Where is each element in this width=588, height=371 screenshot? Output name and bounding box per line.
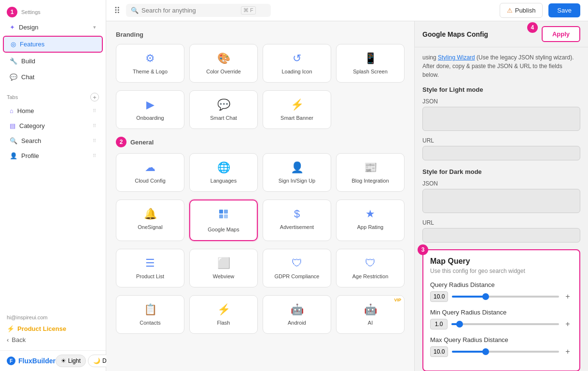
feature-card-advertisement[interactable]: $ Advertisement bbox=[263, 200, 331, 241]
drag-handle-home[interactable]: ⠿ bbox=[93, 108, 96, 114]
feature-card-cloud-config[interactable]: ☁ Cloud Config bbox=[116, 153, 184, 192]
badge-1: 1 bbox=[7, 7, 17, 17]
feature-card-smart-banner[interactable]: ⚡ Smart Banner bbox=[263, 90, 331, 129]
feature-card-loading-icon[interactable]: ↺ Loading Icon bbox=[263, 44, 331, 83]
sidebar-item-features[interactable]: ◎ Features bbox=[3, 36, 103, 53]
color-override-label: Color Override bbox=[206, 69, 241, 74]
publish-icon: ⚠ bbox=[507, 7, 513, 14]
feature-card-age-restriction[interactable]: 🛡 Age Restriction bbox=[336, 249, 405, 287]
feature-card-smart-chat[interactable]: 💬 Smart Chat bbox=[189, 90, 258, 129]
feature-card-theme-logo[interactable]: ⚙ Theme & Logo bbox=[116, 44, 184, 83]
min-radius-row: Min Query Radius Distance 1.0 + bbox=[430, 309, 573, 329]
feature-card-color-override[interactable]: 🎨 Color Override bbox=[189, 44, 258, 83]
ai-label: AI bbox=[368, 320, 373, 326]
sign-in-label: Sign In/Sign Up bbox=[279, 178, 315, 184]
feature-card-contacts[interactable]: 📋 Contacts bbox=[116, 295, 184, 334]
feature-card-onesignal[interactable]: 🔔 OneSignal bbox=[116, 200, 184, 241]
sidebar-tab-profile[interactable]: 👤 Profile ⠿ bbox=[3, 149, 103, 163]
feature-card-blog-integration[interactable]: 📰 Blog Integration bbox=[336, 153, 405, 192]
drag-handle-category[interactable]: ⠿ bbox=[93, 123, 96, 128]
feature-card-webview[interactable]: ⬜ Webview bbox=[189, 249, 258, 287]
flash-icon: ⚡ bbox=[217, 303, 230, 316]
chevron-icon: ▾ bbox=[93, 24, 96, 30]
json-input-light[interactable] bbox=[422, 107, 580, 131]
general-title: General bbox=[130, 139, 154, 146]
fluxbuilder-logo: F FluxBuilder bbox=[7, 357, 56, 365]
drag-handle-search[interactable]: ⠿ bbox=[93, 138, 96, 143]
sidebar-tab-category[interactable]: ▤ Category ⠿ bbox=[3, 119, 103, 133]
blog-icon: 📰 bbox=[364, 161, 377, 174]
feature-card-google-maps[interactable]: Google Maps bbox=[189, 200, 258, 241]
svg-rect-1 bbox=[224, 210, 228, 214]
back-icon: ‹ bbox=[7, 336, 9, 343]
feature-card-android[interactable]: 🤖 Android bbox=[263, 295, 331, 334]
drag-handle-profile[interactable]: ⠿ bbox=[93, 153, 96, 158]
light-theme-button[interactable]: ☀ Light bbox=[56, 355, 86, 367]
sidebar-item-design[interactable]: ✦ Design ▾ bbox=[3, 20, 103, 35]
lightning-icon: ⚡ bbox=[7, 325, 14, 332]
add-tab-button[interactable]: + bbox=[90, 93, 99, 101]
sidebar-item-chat[interactable]: 💬 Chat bbox=[3, 70, 103, 85]
feature-card-flash[interactable]: ⚡ Flash bbox=[189, 295, 258, 334]
feature-card-sign-in-up[interactable]: 👤 Sign In/Sign Up bbox=[263, 153, 331, 192]
grid-icon[interactable]: ⠿ bbox=[114, 5, 120, 16]
design-icon: ✦ bbox=[10, 24, 15, 31]
color-override-icon: 🎨 bbox=[217, 52, 230, 65]
product-license-button[interactable]: ⚡ Product License bbox=[7, 323, 99, 334]
tabs-section: Tabs + bbox=[0, 88, 106, 103]
loading-icon-icon: ↺ bbox=[293, 52, 301, 65]
feature-card-ai[interactable]: VIP 🤖 AI bbox=[336, 295, 405, 334]
feature-card-languages[interactable]: 🌐 Languages bbox=[189, 153, 258, 192]
save-button[interactable]: Save bbox=[548, 3, 580, 17]
search-label: Search bbox=[21, 137, 41, 144]
main-container: ⠿ 🔍 ⌘ F ⚠ Publish Save Branding ⚙ Theme … bbox=[106, 0, 588, 371]
theme-logo-icon: ⚙ bbox=[145, 52, 155, 65]
min-radius-slider[interactable] bbox=[451, 323, 559, 325]
search-input[interactable] bbox=[141, 7, 238, 14]
badge-4: 4 bbox=[527, 22, 538, 33]
chat-icon: 💬 bbox=[10, 73, 17, 81]
sidebar-item-build[interactable]: 🔧 Build bbox=[3, 54, 103, 69]
max-radius-label: Max Query Radius Distance bbox=[430, 336, 573, 343]
svg-rect-2 bbox=[219, 214, 223, 218]
languages-icon: 🌐 bbox=[217, 161, 230, 174]
publish-button[interactable]: ⚠ Publish bbox=[500, 3, 543, 18]
feature-card-product-list[interactable]: ☰ Product List bbox=[116, 249, 184, 287]
sidebar-tab-search[interactable]: 🔍 Search ⠿ bbox=[3, 134, 103, 148]
apply-button[interactable]: Apply bbox=[542, 26, 580, 42]
feature-card-gdpr[interactable]: 🛡 GDPR Compliance bbox=[263, 249, 331, 287]
branding-title: Branding bbox=[116, 31, 405, 38]
url-input-light[interactable] bbox=[422, 146, 580, 160]
empty-card-1 bbox=[336, 90, 405, 129]
search-bar[interactable]: 🔍 ⌘ F bbox=[126, 4, 271, 17]
sidebar-tab-home[interactable]: ⌂ Home ⠿ bbox=[3, 104, 103, 118]
category-label: Category bbox=[19, 122, 45, 129]
query-radius-slider[interactable] bbox=[452, 296, 559, 298]
onboarding-icon: ▶ bbox=[146, 99, 154, 111]
sign-in-icon: 👤 bbox=[291, 161, 304, 174]
settings-label: Settings bbox=[21, 9, 41, 15]
search-icon: 🔍 bbox=[131, 7, 139, 14]
back-button[interactable]: ‹ Back bbox=[7, 334, 99, 345]
max-radius-slider[interactable] bbox=[452, 351, 559, 353]
build-icon: 🔧 bbox=[10, 57, 17, 65]
min-radius-plus[interactable]: + bbox=[563, 319, 573, 329]
styling-wizard-link[interactable]: Styling Wizard bbox=[438, 54, 475, 61]
moon-icon: 🌙 bbox=[93, 357, 100, 364]
category-icon: ▤ bbox=[10, 122, 15, 129]
feature-card-app-rating[interactable]: ★ App Rating bbox=[336, 200, 405, 241]
vip-badge: VIP bbox=[394, 298, 401, 302]
url-input-dark[interactable] bbox=[422, 228, 580, 243]
json-input-dark[interactable] bbox=[422, 189, 580, 213]
ai-icon: 🤖 bbox=[364, 303, 377, 316]
search-tab-icon: 🔍 bbox=[10, 137, 17, 144]
general-grid-3: ☰ Product List ⬜ Webview 🛡 GDPR Complian… bbox=[116, 249, 405, 287]
user-email: hi@inspireui.com bbox=[7, 314, 99, 320]
query-radius-plus[interactable]: + bbox=[563, 292, 573, 301]
branding-grid: ⚙ Theme & Logo 🎨 Color Override ↺ Loadin… bbox=[116, 44, 405, 83]
feature-card-onboarding[interactable]: ▶ Onboarding bbox=[116, 90, 184, 129]
feature-card-splash-screen[interactable]: 📱 Splash Screen bbox=[336, 44, 405, 83]
right-panel-title: Google Maps Config bbox=[422, 30, 488, 38]
right-panel-body: using Styling Wizard (Use the legacy JSO… bbox=[415, 47, 588, 371]
max-radius-plus[interactable]: + bbox=[563, 347, 573, 357]
